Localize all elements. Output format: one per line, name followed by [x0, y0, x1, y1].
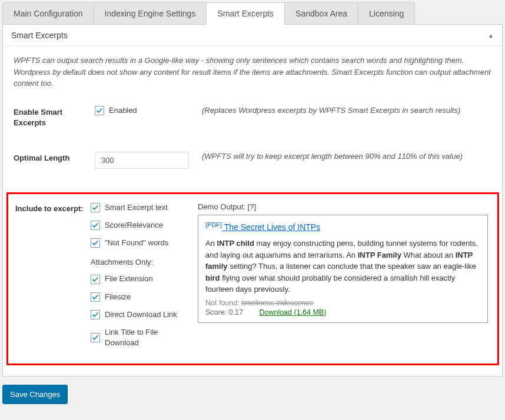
filesize-label[interactable]: Filesize — [105, 292, 131, 302]
attachments-only-heading: Attachments Only: — [91, 258, 192, 266]
demo-output-box: [PDF] The Secret Lives of INTPs An INTP … — [198, 215, 488, 323]
enable-checkbox-label[interactable]: Enabled — [109, 106, 137, 115]
panel-title: Smart Excerpts — [11, 31, 68, 40]
direct-download-label[interactable]: Direct Download Link — [105, 309, 177, 320]
result-excerpt: An INTP child may enjoy constructing pen… — [205, 238, 480, 295]
direct-download-checkbox[interactable] — [91, 310, 100, 319]
score-relevance-label[interactable]: Score/Relevance — [105, 220, 163, 231]
length-input[interactable] — [95, 152, 189, 169]
smart-excerpt-text-label[interactable]: Smart Excerpt text — [105, 202, 168, 213]
link-title-checkbox[interactable] — [91, 333, 100, 342]
tab-indexing[interactable]: Indexing Engine Settings — [94, 2, 207, 25]
score-relevance-checkbox[interactable] — [91, 221, 100, 230]
length-hint: (WPFTS will try to keep excerpt length b… — [202, 152, 491, 161]
link-title-label[interactable]: Link Title to File Download — [105, 327, 192, 348]
tab-smart-excerpts[interactable]: Smart Excerpts — [206, 2, 285, 25]
tab-licensing[interactable]: Licensing — [358, 2, 415, 25]
file-extension-checkbox[interactable] — [91, 275, 100, 284]
include-label: Include to excerpt: — [8, 202, 85, 214]
result-download-link[interactable]: Download (1.64 MB) — [259, 308, 326, 316]
notfound-words-checkbox[interactable] — [91, 238, 100, 248]
length-label: Optimal Length — [14, 152, 89, 164]
notfound-words-label[interactable]: "Not Found" words — [105, 238, 168, 248]
demo-output-title: Demo Output: [?] — [198, 202, 488, 211]
tab-sandbox[interactable]: Sandbox Area — [284, 2, 358, 25]
panel-intro: WPFTS can output search results in a Goo… — [14, 55, 491, 89]
collapse-icon[interactable]: ▲ — [488, 32, 494, 39]
result-score: Score: 0.17 — [205, 308, 243, 316]
tab-main[interactable]: Main Configuration — [2, 2, 94, 25]
result-pdf-tag[interactable]: [PDF] — [205, 221, 222, 228]
smart-excerpt-text-checkbox[interactable] — [91, 203, 100, 212]
filesize-checkbox[interactable] — [91, 292, 100, 302]
enable-checkbox[interactable] — [95, 106, 104, 115]
file-extension-label[interactable]: File Extension — [105, 274, 153, 284]
save-changes-button[interactable]: Save Changes — [2, 385, 68, 404]
result-notfound: Not found: timeliness iridescence — [205, 299, 480, 307]
result-title-link[interactable]: The Secret Lives of INTPs — [222, 222, 320, 232]
enable-label: Enable Smart Excerpts — [14, 106, 89, 128]
enable-hint: (Replaces Wordpress excerpts by WPFTS Sm… — [202, 106, 491, 115]
